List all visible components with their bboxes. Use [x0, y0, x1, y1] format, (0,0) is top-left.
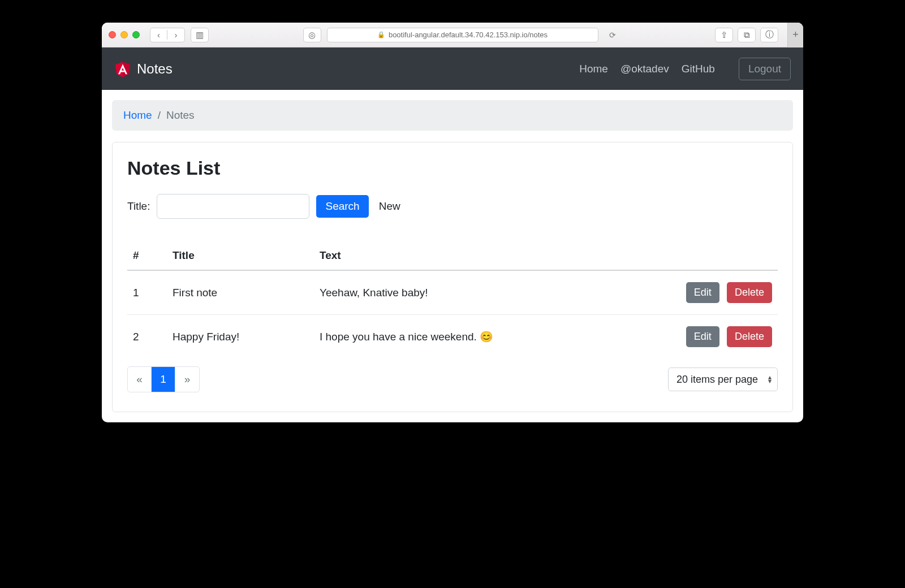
info-icon: ⓘ: [761, 29, 778, 40]
cell-text: Yeehaw, Knative baby!: [314, 270, 653, 315]
delete-button[interactable]: Delete: [727, 326, 772, 347]
nav-link-oktadev[interactable]: @oktadev: [620, 63, 669, 75]
delete-button[interactable]: Delete: [727, 282, 772, 303]
title-search-input[interactable]: [157, 194, 309, 219]
back-button[interactable]: ‹: [150, 30, 167, 40]
search-button[interactable]: Search: [316, 195, 368, 218]
share-icon: ⇪: [716, 30, 732, 40]
col-title: Title: [167, 241, 314, 270]
nav-links: Home @oktadev GitHub Logout: [579, 58, 791, 80]
brand-name: Notes: [137, 61, 173, 77]
tabs-icon: ⧉: [738, 30, 755, 40]
window-minimize-icon[interactable]: [120, 31, 128, 38]
edit-button[interactable]: Edit: [686, 282, 719, 303]
notes-card: Notes List Title: Search New # Title Tex…: [112, 142, 793, 412]
browser-chrome: ‹ › ▥ ◎ 🔒 bootiful-angular.default.34.70…: [102, 23, 803, 47]
nav-link-github[interactable]: GitHub: [682, 63, 715, 75]
table-footer: « 1 » 20 items per page ▴▾: [127, 366, 778, 392]
search-label: Title:: [127, 200, 150, 213]
window-close-icon[interactable]: [109, 31, 116, 38]
page-size-select[interactable]: 20 items per page ▴▾: [668, 368, 778, 391]
logout-button[interactable]: Logout: [739, 58, 791, 80]
col-number: #: [127, 241, 167, 270]
page-1[interactable]: 1: [152, 367, 175, 392]
col-text: Text: [314, 241, 653, 270]
reload-button[interactable]: ⟳: [604, 31, 621, 40]
share-button[interactable]: ⇪: [715, 28, 733, 42]
breadcrumb-separator: /: [158, 109, 161, 122]
pagination: « 1 »: [127, 366, 200, 392]
brand[interactable]: Notes: [114, 60, 173, 78]
cell-actions: Edit Delete: [653, 315, 778, 359]
window-controls: [109, 31, 140, 38]
page-next[interactable]: »: [175, 367, 199, 392]
chevron-updown-icon: ▴▾: [768, 375, 772, 383]
browser-window: ‹ › ▥ ◎ 🔒 bootiful-angular.default.34.70…: [102, 23, 803, 422]
forward-button[interactable]: ›: [167, 30, 184, 40]
col-actions: [653, 241, 778, 270]
cell-number: 1: [127, 270, 167, 315]
breadcrumb-home[interactable]: Home: [123, 109, 152, 122]
app-navbar: Notes Home @oktadev GitHub Logout: [102, 47, 803, 90]
page-title: Notes List: [127, 157, 778, 179]
table-row: 1 First note Yeehaw, Knative baby! Edit …: [127, 270, 778, 315]
cell-number: 2: [127, 315, 167, 359]
url-bar[interactable]: 🔒 bootiful-angular.default.34.70.42.153.…: [327, 28, 598, 42]
right-toolbar: ⇪ ⧉ ⓘ: [715, 28, 778, 42]
breadcrumb-current: Notes: [166, 109, 195, 122]
sidebar-toggle[interactable]: ▥: [191, 28, 209, 42]
new-tab-button[interactable]: +: [787, 23, 803, 47]
notes-table: # Title Text 1 First note Yeehaw, Knativ…: [127, 241, 778, 358]
page-size-label: 20 items per page: [676, 374, 758, 386]
cell-text: I hope you have a nice weekend. 😊: [314, 315, 653, 359]
sidebar-icon: ▥: [191, 30, 208, 40]
tabs-button[interactable]: ⧉: [738, 28, 756, 42]
shield-icon: ◎: [304, 30, 321, 40]
angular-logo-icon: [114, 60, 131, 78]
info-button[interactable]: ⓘ: [760, 28, 778, 42]
content: Home / Notes Notes List Title: Search Ne…: [102, 90, 803, 422]
page-prev[interactable]: «: [128, 367, 152, 392]
nav-link-home[interactable]: Home: [579, 63, 608, 75]
edit-button[interactable]: Edit: [686, 326, 719, 347]
search-row: Title: Search New: [127, 194, 778, 219]
cell-title: Happy Friday!: [167, 315, 314, 359]
new-note-link[interactable]: New: [379, 200, 400, 213]
url-text: bootiful-angular.default.34.70.42.153.ni…: [389, 31, 548, 39]
nav-back-forward: ‹ ›: [150, 28, 185, 42]
cell-actions: Edit Delete: [653, 270, 778, 315]
table-row: 2 Happy Friday! I hope you have a nice w…: [127, 315, 778, 359]
cell-title: First note: [167, 270, 314, 315]
lock-icon: 🔒: [377, 31, 385, 38]
breadcrumb: Home / Notes: [112, 100, 793, 131]
window-zoom-icon[interactable]: [132, 31, 140, 38]
privacy-report-button[interactable]: ◎: [303, 28, 321, 42]
